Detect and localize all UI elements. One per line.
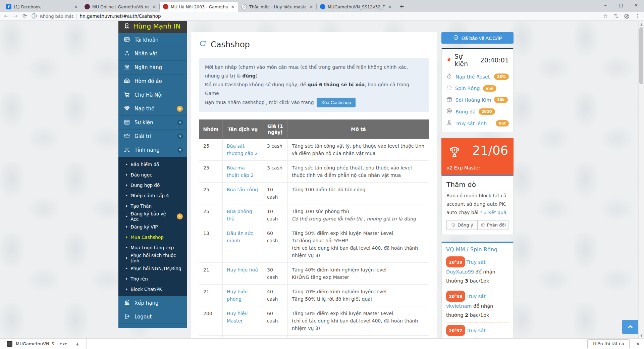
time-badge: 20h39 (446, 256, 465, 267)
sidebar-item-hòm-đồ-ảo[interactable]: Hòm đồ ảo (118, 74, 187, 88)
url-field[interactable]: ⓘ Không bảo mật hn.gamethuvn.net/#auth/C… (32, 13, 598, 19)
item-link[interactable]: Bùa sát thương cấp 2 (227, 143, 258, 156)
browser-tab[interactable]: MU Hà Nội 2003 - GamethuVN.n✕ (160, 2, 238, 12)
back-icon[interactable]: ← (4, 13, 8, 19)
storage-icon (124, 78, 130, 85)
sidebar-subitem-đào-ngọc[interactable]: •Đào ngọc (118, 169, 187, 180)
event-link[interactable]: Truy sát lệnh (455, 121, 487, 126)
reading-list-icon[interactable] (613, 13, 619, 19)
cell-group: 25 (199, 161, 223, 183)
sidebar-subitem-bảo-hiểm-đồ[interactable]: •Bảo hiểm đồ (118, 159, 187, 169)
forward-icon[interactable]: → (13, 13, 17, 19)
item-link[interactable]: Huy hiệu Master (227, 311, 248, 323)
browser-tab[interactable]: Thắc mắc - Huy hiệu master 2 | G✕ (238, 2, 317, 12)
cell-desc: Tăng 70% điểm kinh nghiệm luyện levelTăn… (288, 285, 429, 306)
sidebar-item-logout[interactable]: Logout (118, 310, 187, 324)
sidebar-subitem-block-chat-pk[interactable]: •Block Chat/PK (118, 284, 187, 294)
item-link[interactable]: Dấu ấn sức mạnh (227, 231, 253, 243)
scrollbar-up-arrow[interactable]: ▲ (639, 21, 644, 27)
tab-close-icon[interactable]: ✕ (230, 4, 235, 9)
shield-check-icon (453, 35, 459, 42)
sidebar-item-label: Tính năng (135, 147, 173, 153)
event-link[interactable]: Nạp thẻ Reset (455, 74, 490, 80)
sidebar-item-nhân-vật[interactable]: Nhân vật (118, 47, 187, 61)
download-item[interactable]: MUGamethuVN_S....exe ▲ (7, 341, 79, 347)
browser-tab[interactable]: f(1) Facebook✕ (3, 2, 81, 12)
menu-dots-icon[interactable]: ⋮ (635, 13, 640, 19)
cell-group: 21 (199, 263, 223, 285)
chevron-up-icon[interactable]: ▲ (76, 342, 79, 346)
sidebar-item-xếp-hạng[interactable]: Xếp hạng (118, 296, 187, 310)
sidebar-subitem-dung-hợp-đồ[interactable]: •Dung hợp đồ (118, 180, 187, 190)
item-link[interactable]: Bùa ma thuật cấp 2 (227, 165, 254, 178)
sidebar-subitem-thợ-rèn[interactable]: •Thợ rèn (118, 273, 187, 284)
sidebar-item-giải-trí[interactable]: Giải trí▼ (118, 130, 187, 143)
item-link[interactable]: Huy hiệu hoả (227, 267, 258, 272)
heart-broken-icon (480, 222, 485, 228)
event-link[interactable]: Bóng đá (455, 109, 476, 114)
scrollbar[interactable]: ▲ ▼ (638, 21, 644, 338)
scrollbar-thumb[interactable] (639, 27, 643, 84)
event-link[interactable]: Sói Hoàng Kim (455, 97, 491, 103)
sidebar-subitem-phục-hồi-sách-thuộc-tính[interactable]: •Phục hồi sách thuộc tính (118, 253, 187, 263)
scroll-to-top-button[interactable] (622, 320, 638, 334)
avatar-icon[interactable] (624, 13, 630, 19)
sidebar-subitem-tạo-thần[interactable]: •Tạo Thần (118, 201, 187, 211)
delete-cashshop-button[interactable]: Xóa Cashshop (317, 98, 356, 107)
new-tab-button[interactable]: + (397, 1, 407, 11)
chevron-down-icon: ▼ (177, 120, 183, 125)
id-card-icon (124, 36, 130, 44)
reload-icon[interactable]: ⟳ (22, 13, 27, 19)
sidebar-item-tài-khoản[interactable]: Tài khoản (118, 33, 187, 47)
desc-line: KHÔNG tăng exp Master (292, 273, 425, 281)
sidebar-item-chợ-hà-nội[interactable]: Chợ Hà Nội (118, 88, 187, 102)
promo-panel[interactable]: 21/06 x2 Exp Master (441, 138, 514, 175)
restore-button[interactable]: □ (613, 0, 629, 10)
close-button[interactable]: ✕ (629, 0, 644, 10)
vq-title-link[interactable]: VQ MM / Spin Rồng (446, 246, 497, 253)
scrollbar-down-arrow[interactable]: ▼ (639, 333, 644, 338)
poll-agree-button[interactable]: Đồng ý (446, 220, 478, 230)
sidebar-subitem-đăng-ký-bảo-vệ-acc[interactable]: •Đăng ký bảo vệ Acc★ (118, 211, 187, 221)
event-link[interactable]: Spin Rồng (455, 86, 480, 91)
item-link[interactable]: Bùa tấn công (227, 187, 258, 192)
sidebar-item-sự-kiện[interactable]: Sự kiện▼ (118, 116, 187, 130)
mu-favicon (85, 4, 90, 9)
sidebar-item-tính-năng[interactable]: Tính năng▼ (118, 143, 187, 157)
cell-price: 99 cash (263, 336, 288, 339)
promo-caption: x2 Exp Master (447, 165, 480, 170)
browser-tab[interactable]: MU Online | GamethuVN.net - Se✕ (81, 2, 160, 12)
acc-protect-button[interactable]: Đã bảo vệ ACC/IP (441, 32, 514, 44)
tab-close-icon[interactable]: ✕ (387, 4, 392, 9)
tab-close-icon[interactable]: ✕ (309, 4, 314, 9)
browser-tab[interactable]: MUGamethuVN_SS12v32_Full✕ (317, 2, 395, 12)
sidebar-subitem-mua-logo-tăng-exp[interactable]: •Mua Logo tăng exp (118, 242, 187, 253)
show-all-downloads-button[interactable]: Hiển thị tất cả (587, 339, 630, 348)
tab-close-icon[interactable]: ✕ (152, 4, 157, 9)
item-link[interactable]: Bùa phòng thủ (227, 209, 252, 221)
sidebar-subitem-mua-cashshop[interactable]: •Mua Cashshop (118, 232, 187, 242)
minimize-button[interactable]: – (598, 0, 613, 10)
info-icon[interactable]: ⓘ (32, 13, 37, 19)
notice-line-2: Đồ mua Cashshop không sử dụng ngày, để q… (205, 80, 423, 98)
tab-title: MU Online | GamethuVN.net - Se (92, 4, 149, 9)
time-badge: 20h37 (446, 325, 465, 336)
poll-result-link[interactable]: » Kết quả (484, 210, 506, 215)
sidebar-item-nạp-thẻ[interactable]: Nạp thẻ★ (118, 102, 187, 116)
item-link[interactable]: Huy hiệu phong (227, 289, 248, 302)
cell-name: Dấu ấn sức mạnh (223, 226, 263, 263)
sidebar-item-label: Sự kiện (135, 119, 173, 126)
sidebar-subitem-phục-hồi-ngn-tm-ring[interactable]: •Phục hồi NGN,TM,Ring (118, 263, 187, 273)
sidebar-subitem-ghép-cánh-cấp-4[interactable]: •Ghép cánh cấp 4 (118, 190, 187, 201)
tab-close-icon[interactable]: ✕ (73, 4, 78, 9)
col-header-price: Giá (1 ngày) (263, 120, 288, 139)
sidebar-subitem-label: Phục hồi NGN,TM,Ring (130, 266, 183, 271)
cell-desc: Tăng 100 sức phòng thủCó thể trong game … (288, 204, 429, 226)
poll-disagree-button[interactable]: Phản đối (478, 220, 509, 230)
bookmark-star-icon[interactable]: ☆ (603, 13, 608, 19)
calendar-icon (124, 119, 130, 127)
close-download-bar-icon[interactable]: ✕ (636, 341, 640, 347)
sidebar-subitem-đăng-ký-vip[interactable]: •Đăng ký VIP (118, 221, 187, 232)
sidebar-item-ngân-hàng[interactable]: Ngân hàng (118, 61, 187, 74)
table-row: 21Huy hiệu phong40 cashTăng 70% điểm kin… (199, 285, 429, 306)
